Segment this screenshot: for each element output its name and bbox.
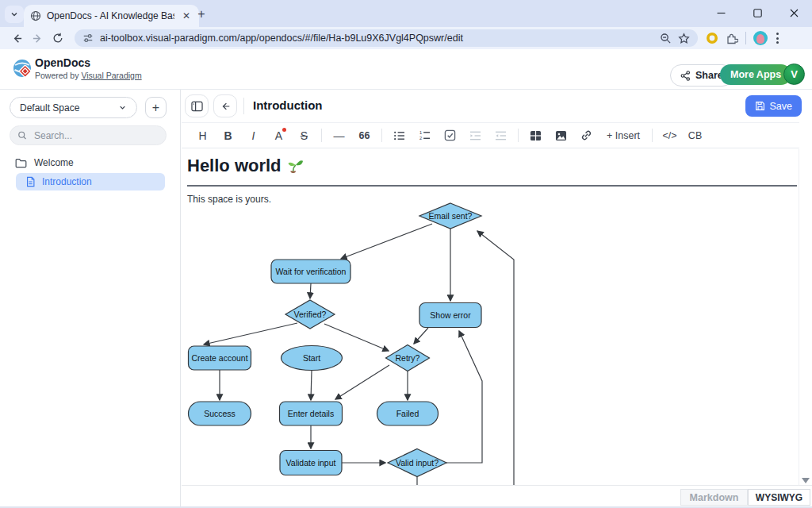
url-bar[interactable]: ai-toolbox.visual-paradigm.com/app/opend… — [75, 29, 698, 47]
save-floppy-icon — [755, 101, 765, 111]
text-color-button[interactable]: A — [268, 126, 289, 145]
table-button[interactable] — [525, 126, 546, 145]
task-list-button[interactable] — [439, 126, 461, 145]
browser-profile-avatar[interactable] — [753, 31, 768, 45]
sidebar-item-welcome[interactable]: Welcome — [0, 154, 180, 171]
bookmark-star-icon[interactable] — [678, 33, 690, 44]
sidebar: Default Space + Welcome Introduction — [0, 90, 181, 508]
tab-close-icon[interactable]: ✕ — [180, 10, 193, 22]
document-icon — [25, 176, 36, 187]
bold-button[interactable]: B — [217, 126, 239, 145]
node-label-enter-details: Enter details — [288, 409, 334, 418]
search-input[interactable] — [33, 129, 159, 142]
user-avatar[interactable]: V — [783, 64, 805, 85]
document-heading[interactable]: Hello world — [187, 156, 304, 176]
forward-arrow-icon — [32, 33, 44, 44]
folder-label: Welcome — [34, 157, 74, 168]
indent-icon — [469, 130, 481, 141]
navigate-back-button[interactable] — [213, 94, 237, 117]
zoom-icon[interactable] — [660, 33, 672, 44]
italic-button[interactable]: I — [243, 126, 264, 145]
toolbar-divider — [381, 129, 382, 142]
image-button[interactable] — [550, 126, 572, 145]
forward-button[interactable] — [27, 29, 48, 48]
numbered-list-icon: 1 2 — [419, 130, 431, 141]
insert-button[interactable]: + Insert — [601, 126, 645, 145]
sidebar-search[interactable] — [10, 125, 167, 145]
app-header: OpenDocs Powered by Visual Paradigm Shar… — [0, 49, 812, 90]
extension-badge-icon[interactable] — [706, 32, 718, 44]
node-label-retry: Retry? — [396, 353, 420, 363]
window-minimize-button[interactable] — [703, 0, 739, 25]
link-icon — [580, 129, 592, 141]
toolbar-divider — [518, 129, 519, 142]
numbered-list-button[interactable]: 1 2 — [414, 126, 435, 145]
node-label-failed: Failed — [396, 409, 419, 418]
share-icon — [680, 71, 691, 81]
bullet-list-button[interactable] — [389, 126, 410, 145]
toolbar-divider — [321, 129, 322, 142]
chevron-down-icon — [118, 103, 127, 112]
formatting-toolbar: H B I A S — 66 1 2 — [182, 122, 799, 148]
doc-label: Introduction — [42, 176, 92, 187]
heading-underline — [187, 185, 797, 187]
powered-by: Powered by Visual Paradigm — [35, 71, 142, 80]
checkbox-icon — [444, 129, 456, 141]
browser-toolbar: ai-toolbox.visual-paradigm.com/app/opend… — [0, 27, 812, 49]
tab-search-button[interactable] — [5, 6, 24, 23]
toggle-sidebar-button[interactable] — [185, 94, 209, 117]
maximize-icon — [753, 9, 762, 17]
markdown-mode-button[interactable]: Markdown — [680, 489, 748, 506]
search-icon — [17, 130, 27, 140]
strikethrough-button[interactable]: S — [293, 126, 315, 145]
wysiwyg-mode-button[interactable]: WYSIWYG — [748, 489, 810, 506]
save-button[interactable]: Save — [745, 95, 802, 117]
toolbar-divider — [652, 129, 653, 142]
edge-return-loop-to-email-sent — [477, 231, 514, 486]
visual-paradigm-link[interactable]: Visual Paradigm — [81, 71, 141, 80]
scroll-down-arrow-icon[interactable] — [802, 478, 810, 483]
color-dot — [282, 128, 286, 132]
add-space-button[interactable]: + — [145, 97, 167, 118]
code-block-button[interactable]: CB — [684, 126, 706, 145]
new-tab-button[interactable]: + — [193, 6, 209, 22]
flowchart-diagram[interactable]: Email sent?Wait for verificationVerified… — [182, 200, 799, 486]
folder-icon — [15, 158, 27, 168]
site-settings-icon — [82, 33, 94, 44]
space-selector[interactable]: Default Space — [10, 97, 137, 118]
reload-button[interactable] — [48, 29, 68, 48]
toolbar-divider — [745, 32, 746, 44]
more-apps-button[interactable]: More Apps — [720, 64, 791, 85]
panel-toggle-icon — [191, 101, 203, 112]
doc-header: Introduction Save — [182, 90, 812, 122]
link-button[interactable] — [576, 126, 597, 145]
close-icon — [790, 9, 799, 17]
edge-start-to-enter-details — [311, 371, 312, 400]
node-label-start: Start — [303, 353, 320, 363]
sidebar-item-introduction[interactable]: Introduction — [16, 173, 165, 190]
bullet-list-icon — [393, 130, 405, 141]
window-maximize-button[interactable] — [739, 0, 776, 25]
editor-pane: Introduction Save H B I A S — 66 — [182, 90, 812, 508]
extensions-puzzle-icon[interactable] — [726, 32, 738, 44]
outdent-icon — [495, 130, 507, 141]
vertical-scrollbar[interactable] — [799, 149, 812, 486]
inline-code-button[interactable]: </> — [659, 126, 680, 145]
heading-button[interactable]: H — [192, 126, 213, 145]
back-button[interactable] — [6, 29, 27, 48]
edge-wait-for-verification-to-verified — [310, 283, 311, 298]
window-close-button[interactable] — [776, 0, 812, 25]
blockquote-button[interactable]: 66 — [354, 126, 375, 145]
document-content[interactable]: Hello world This space is yours. Email s… — [182, 149, 799, 486]
browser-tab-strip: OpenDocs - AI Knowledge Base ✕ + — [0, 0, 812, 27]
image-icon — [555, 130, 567, 141]
indent-button[interactable] — [465, 126, 486, 145]
edge-verified-to-retry — [324, 324, 389, 351]
opendocs-logo-icon — [12, 58, 34, 80]
node-label-wait-for-verification: Wait for verification — [276, 267, 347, 276]
browser-menu-icon[interactable] — [776, 33, 779, 44]
editor-statusbar: Markdown WYSIWYG — [182, 485, 812, 508]
outdent-button[interactable] — [490, 126, 511, 145]
horizontal-rule-button[interactable]: — — [328, 126, 350, 145]
browser-tab[interactable]: OpenDocs - AI Knowledge Base ✕ — [24, 5, 199, 27]
